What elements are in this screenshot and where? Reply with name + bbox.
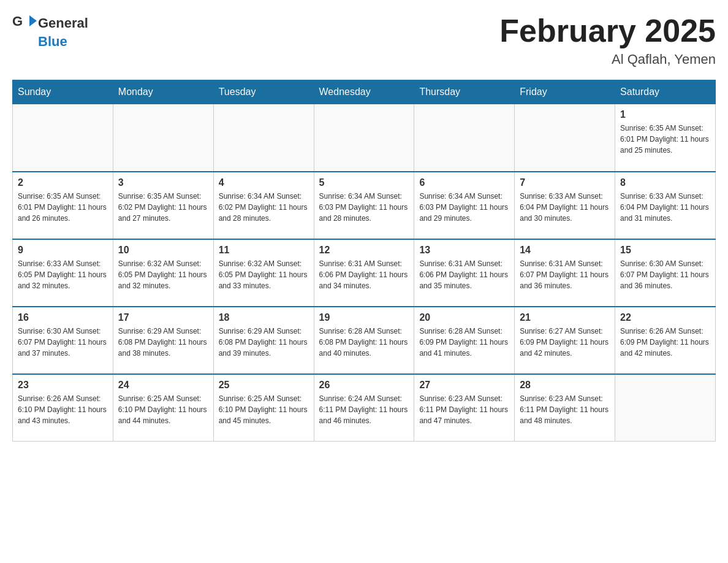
table-row: 17Sunrise: 6:29 AM Sunset: 6:08 PM Dayli… — [113, 307, 213, 374]
day-info: Sunrise: 6:27 AM Sunset: 6:09 PM Dayligh… — [520, 326, 610, 359]
table-row: 12Sunrise: 6:31 AM Sunset: 6:06 PM Dayli… — [314, 239, 414, 307]
calendar: Sunday Monday Tuesday Wednesday Thursday… — [12, 80, 716, 442]
table-row: 26Sunrise: 6:24 AM Sunset: 6:11 PM Dayli… — [314, 374, 414, 442]
logo-text-general: General — [38, 15, 88, 31]
col-wednesday: Wednesday — [314, 80, 414, 104]
day-info: Sunrise: 6:23 AM Sunset: 6:11 PM Dayligh… — [419, 393, 509, 426]
day-number: 27 — [419, 380, 509, 391]
day-number: 22 — [620, 312, 710, 323]
table-row: 11Sunrise: 6:32 AM Sunset: 6:05 PM Dayli… — [213, 239, 314, 307]
day-info: Sunrise: 6:31 AM Sunset: 6:06 PM Dayligh… — [419, 258, 509, 291]
table-row: 15Sunrise: 6:30 AM Sunset: 6:07 PM Dayli… — [615, 239, 716, 307]
day-info: Sunrise: 6:35 AM Sunset: 6:01 PM Dayligh… — [620, 123, 710, 156]
day-number: 1 — [620, 109, 710, 120]
table-row — [113, 104, 213, 172]
day-info: Sunrise: 6:31 AM Sunset: 6:06 PM Dayligh… — [319, 258, 409, 291]
day-info: Sunrise: 6:30 AM Sunset: 6:07 PM Dayligh… — [620, 258, 710, 291]
col-monday: Monday — [113, 80, 213, 104]
day-info: Sunrise: 6:34 AM Sunset: 6:02 PM Dayligh… — [219, 191, 309, 224]
day-info: Sunrise: 6:35 AM Sunset: 6:01 PM Dayligh… — [18, 191, 108, 224]
table-row: 24Sunrise: 6:25 AM Sunset: 6:10 PM Dayli… — [113, 374, 213, 442]
day-number: 16 — [18, 312, 108, 323]
day-number: 8 — [620, 177, 710, 188]
day-number: 21 — [520, 312, 610, 323]
day-info: Sunrise: 6:26 AM Sunset: 6:10 PM Dayligh… — [18, 393, 108, 426]
day-info: Sunrise: 6:31 AM Sunset: 6:07 PM Dayligh… — [520, 258, 610, 291]
day-info: Sunrise: 6:28 AM Sunset: 6:08 PM Dayligh… — [319, 326, 409, 359]
day-number: 17 — [118, 312, 208, 323]
table-row: 19Sunrise: 6:28 AM Sunset: 6:08 PM Dayli… — [314, 307, 414, 374]
day-number: 14 — [520, 245, 610, 256]
day-number: 20 — [419, 312, 509, 323]
page-header: G General Blue February 2025 Al Qaflah, … — [12, 12, 716, 67]
table-row: 10Sunrise: 6:32 AM Sunset: 6:05 PM Dayli… — [113, 239, 213, 307]
day-info: Sunrise: 6:25 AM Sunset: 6:10 PM Dayligh… — [118, 393, 208, 426]
day-number: 18 — [219, 312, 309, 323]
table-row: 7Sunrise: 6:33 AM Sunset: 6:04 PM Daylig… — [515, 172, 615, 239]
day-info: Sunrise: 6:28 AM Sunset: 6:09 PM Dayligh… — [419, 326, 509, 359]
table-row: 22Sunrise: 6:26 AM Sunset: 6:09 PM Dayli… — [615, 307, 716, 374]
table-row: 23Sunrise: 6:26 AM Sunset: 6:10 PM Dayli… — [13, 374, 113, 442]
col-tuesday: Tuesday — [213, 80, 314, 104]
day-info: Sunrise: 6:23 AM Sunset: 6:11 PM Dayligh… — [520, 393, 610, 426]
day-number: 23 — [18, 380, 108, 391]
day-number: 24 — [118, 380, 208, 391]
day-number: 13 — [419, 245, 509, 256]
logo: G General Blue — [12, 12, 88, 50]
day-number: 4 — [219, 177, 309, 188]
table-row — [515, 104, 615, 172]
day-number: 6 — [419, 177, 509, 188]
title-area: February 2025 Al Qaflah, Yemen — [499, 12, 716, 67]
table-row: 20Sunrise: 6:28 AM Sunset: 6:09 PM Dayli… — [414, 307, 515, 374]
day-number: 26 — [319, 380, 409, 391]
logo-text-blue: Blue — [38, 34, 67, 49]
day-info: Sunrise: 6:34 AM Sunset: 6:03 PM Dayligh… — [319, 191, 409, 224]
col-saturday: Saturday — [615, 80, 716, 104]
table-row: 27Sunrise: 6:23 AM Sunset: 6:11 PM Dayli… — [414, 374, 515, 442]
day-number: 12 — [319, 245, 409, 256]
table-row — [13, 104, 113, 172]
day-info: Sunrise: 6:29 AM Sunset: 6:08 PM Dayligh… — [118, 326, 208, 359]
day-info: Sunrise: 6:25 AM Sunset: 6:10 PM Dayligh… — [219, 393, 309, 426]
day-info: Sunrise: 6:34 AM Sunset: 6:03 PM Dayligh… — [419, 191, 509, 224]
col-friday: Friday — [515, 80, 615, 104]
day-info: Sunrise: 6:24 AM Sunset: 6:11 PM Dayligh… — [319, 393, 409, 426]
day-number: 7 — [520, 177, 610, 188]
svg-marker-1 — [29, 15, 37, 26]
table-row — [213, 104, 314, 172]
table-row: 6Sunrise: 6:34 AM Sunset: 6:03 PM Daylig… — [414, 172, 515, 239]
day-number: 28 — [520, 380, 610, 391]
day-info: Sunrise: 6:32 AM Sunset: 6:05 PM Dayligh… — [118, 258, 208, 291]
table-row: 1Sunrise: 6:35 AM Sunset: 6:01 PM Daylig… — [615, 104, 716, 172]
day-number: 11 — [219, 245, 309, 256]
table-row: 13Sunrise: 6:31 AM Sunset: 6:06 PM Dayli… — [414, 239, 515, 307]
table-row: 9Sunrise: 6:33 AM Sunset: 6:05 PM Daylig… — [13, 239, 113, 307]
day-number: 9 — [18, 245, 108, 256]
table-row — [615, 374, 716, 442]
table-row: 5Sunrise: 6:34 AM Sunset: 6:03 PM Daylig… — [314, 172, 414, 239]
month-title: February 2025 — [499, 12, 716, 49]
day-info: Sunrise: 6:33 AM Sunset: 6:05 PM Dayligh… — [18, 258, 108, 291]
day-info: Sunrise: 6:33 AM Sunset: 6:04 PM Dayligh… — [520, 191, 610, 224]
day-info: Sunrise: 6:30 AM Sunset: 6:07 PM Dayligh… — [18, 326, 108, 359]
table-row: 4Sunrise: 6:34 AM Sunset: 6:02 PM Daylig… — [213, 172, 314, 239]
table-row: 8Sunrise: 6:33 AM Sunset: 6:04 PM Daylig… — [615, 172, 716, 239]
logo-icon: G — [12, 12, 37, 34]
table-row: 3Sunrise: 6:35 AM Sunset: 6:02 PM Daylig… — [113, 172, 213, 239]
day-info: Sunrise: 6:26 AM Sunset: 6:09 PM Dayligh… — [620, 326, 710, 359]
table-row: 21Sunrise: 6:27 AM Sunset: 6:09 PM Dayli… — [515, 307, 615, 374]
table-row: 28Sunrise: 6:23 AM Sunset: 6:11 PM Dayli… — [515, 374, 615, 442]
table-row: 18Sunrise: 6:29 AM Sunset: 6:08 PM Dayli… — [213, 307, 314, 374]
day-number: 19 — [319, 312, 409, 323]
day-number: 25 — [219, 380, 309, 391]
svg-text:G: G — [12, 13, 23, 29]
day-number: 2 — [18, 177, 108, 188]
calendar-header-row: Sunday Monday Tuesday Wednesday Thursday… — [13, 80, 716, 104]
table-row: 14Sunrise: 6:31 AM Sunset: 6:07 PM Dayli… — [515, 239, 615, 307]
col-sunday: Sunday — [13, 80, 113, 104]
day-number: 15 — [620, 245, 710, 256]
day-info: Sunrise: 6:35 AM Sunset: 6:02 PM Dayligh… — [118, 191, 208, 224]
day-info: Sunrise: 6:32 AM Sunset: 6:05 PM Dayligh… — [219, 258, 309, 291]
day-number: 10 — [118, 245, 208, 256]
day-info: Sunrise: 6:29 AM Sunset: 6:08 PM Dayligh… — [219, 326, 309, 359]
